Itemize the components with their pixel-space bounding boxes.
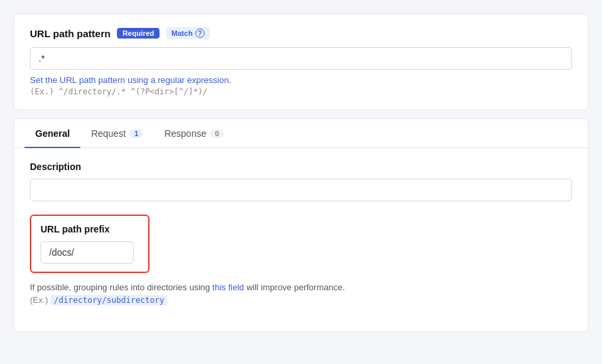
url-prefix-input[interactable] [41,241,134,264]
tab-general[interactable]: General [25,119,80,148]
tabs-header: General Request 1 Response 0 [14,119,588,148]
match-badge[interactable]: Match ? [166,27,210,39]
url-prefix-example-row: (Ex.) /directory/subdirectory [30,295,572,305]
url-prefix-label: URL path prefix [41,224,139,234]
url-pattern-input[interactable] [30,47,572,70]
url-pattern-example: (Ex.) ^/directory/.* ^(?P<dir>[^/]*)/ [30,87,572,96]
tab-response-label: Response [164,128,206,139]
url-pattern-section: URL path pattern Required Match ? Set th… [13,13,589,110]
match-info-icon: ? [195,29,205,38]
tabs-section: General Request 1 Response 0 Description… [13,118,589,332]
url-prefix-helper-row: If possible, grouping rules into directo… [30,282,572,292]
description-group: Description [30,161,572,201]
url-prefix-example-code: /directory/subdirectory [50,295,167,306]
url-prefix-helper-text-end: will improve performance. [247,282,345,292]
tab-request-badge: 1 [130,129,143,138]
tab-general-label: General [35,128,70,139]
url-prefix-example-label: (Ex.) [30,295,48,305]
url-prefix-helper-text: If possible, grouping rules into directo… [30,282,210,292]
url-pattern-label: URL path pattern [30,28,110,39]
required-badge: Required [117,28,159,39]
url-pattern-helper: Set the URL path pattern using a regular… [30,75,572,85]
url-prefix-highlight-box: URL path prefix [30,215,150,273]
tab-request-label: Request [91,128,126,139]
tab-general-content: Description URL path prefix If possible,… [14,148,588,331]
tab-response-badge: 0 [210,129,223,138]
url-prefix-helper-link[interactable]: this field [213,282,245,292]
tab-response[interactable]: Response 0 [153,119,234,148]
description-label: Description [30,161,572,172]
url-prefix-group: URL path prefix If possible, grouping ru… [30,215,572,305]
tab-request[interactable]: Request 1 [80,119,153,148]
description-input[interactable] [30,179,572,201]
